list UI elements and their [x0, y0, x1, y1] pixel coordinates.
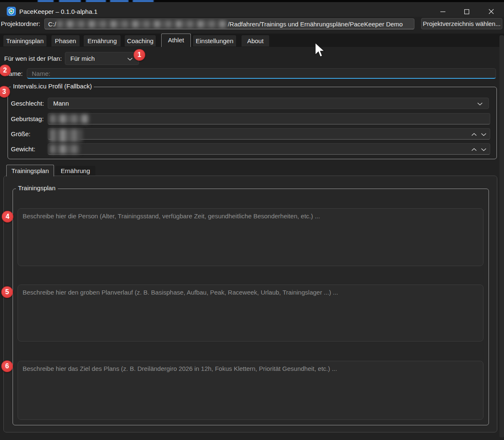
weight-spinbox[interactable]	[48, 143, 490, 155]
tab-einstellungen[interactable]: Einstellungen	[193, 35, 236, 47]
chevron-up-icon[interactable]	[471, 145, 477, 153]
gender-label: Geschlecht:	[11, 98, 44, 109]
name-input[interactable]	[27, 68, 496, 79]
redacted-height-value	[50, 129, 82, 142]
chevron-down-icon	[127, 55, 133, 62]
subtab-trainingsplan[interactable]: Trainingsplan	[6, 165, 54, 176]
redacted-path-segment	[57, 21, 227, 28]
chevron-down-icon	[477, 100, 483, 107]
chevron-down-icon[interactable]	[481, 145, 486, 153]
tab-phasen[interactable]: Phasen	[51, 35, 80, 47]
annotation-badge-5: 5	[1, 286, 13, 298]
minimize-icon	[440, 9, 445, 14]
main-tab-bar: Trainingsplan Phasen Ernährung Coaching …	[0, 34, 504, 47]
window-title: PaceKeeper – 0.1.0-alpha.1	[19, 4, 98, 19]
chevron-down-icon[interactable]	[481, 130, 486, 137]
path-prefix: C:/	[48, 21, 56, 28]
plan-for-select[interactable]: Für mich	[65, 52, 139, 65]
app-window: PaceKeeper – 0.1.0-alpha.1 Projektordner…	[0, 0, 504, 440]
redacted-weight-value	[50, 145, 80, 154]
tab-athlet[interactable]: Athlet	[161, 34, 191, 47]
plan-goal-textarea[interactable]	[18, 361, 483, 420]
plan-for-label: Für wen ist der Plan:	[4, 52, 62, 65]
close-button[interactable]	[481, 4, 501, 19]
subtab-ernaehrung[interactable]: Ernährung	[55, 166, 95, 176]
tab-trainingsplan[interactable]: Trainingsplan	[3, 35, 46, 47]
project-path-input[interactable]: C:/ /Radfahren/Trainings und Ernährungsp…	[44, 18, 414, 29]
redacted-birthday-value	[50, 114, 89, 123]
close-icon	[489, 9, 494, 14]
plan-group-title: Trainingsplan	[16, 184, 58, 192]
tab-about[interactable]: About	[242, 35, 269, 47]
tab-coaching[interactable]: Coaching	[125, 35, 156, 47]
mouse-cursor-icon	[314, 42, 326, 60]
path-visible-text: /Radfahren/Trainings und Ernährungspläne…	[228, 21, 403, 28]
person-description-textarea[interactable]	[18, 208, 483, 266]
annotation-badge-6: 6	[1, 360, 13, 372]
birthday-label: Geburtstag:	[11, 113, 44, 124]
height-label: Größe:	[11, 128, 31, 140]
project-folder-label: Projektordner:	[1, 18, 40, 29]
annotation-badge-1: 1	[134, 49, 145, 61]
app-logo-icon	[7, 7, 16, 16]
choose-project-dir-button[interactable]: Projektverzeichnis wählen...	[421, 18, 502, 29]
right-edge-gutter	[499, 35, 504, 437]
height-spinbox[interactable]	[48, 128, 490, 140]
profile-group-title: Intervals.icu Profil (Fallback)	[11, 83, 94, 90]
birthday-input[interactable]	[48, 113, 490, 124]
tab-ernaehrung[interactable]: Ernährung	[84, 35, 121, 47]
gender-value: Mann	[53, 100, 69, 107]
chevron-up-icon[interactable]	[471, 130, 477, 137]
plan-progress-textarea[interactable]	[18, 285, 483, 342]
titlebar: PaceKeeper – 0.1.0-alpha.1	[0, 2, 504, 17]
plan-for-value: Für mich	[70, 55, 95, 62]
maximize-button[interactable]	[457, 4, 476, 19]
minimize-button[interactable]	[433, 4, 453, 19]
maximize-icon	[464, 9, 469, 14]
annotation-badge-4: 4	[2, 211, 13, 223]
weight-label: Gewicht:	[11, 143, 35, 155]
gender-select[interactable]: Mann	[48, 98, 489, 109]
